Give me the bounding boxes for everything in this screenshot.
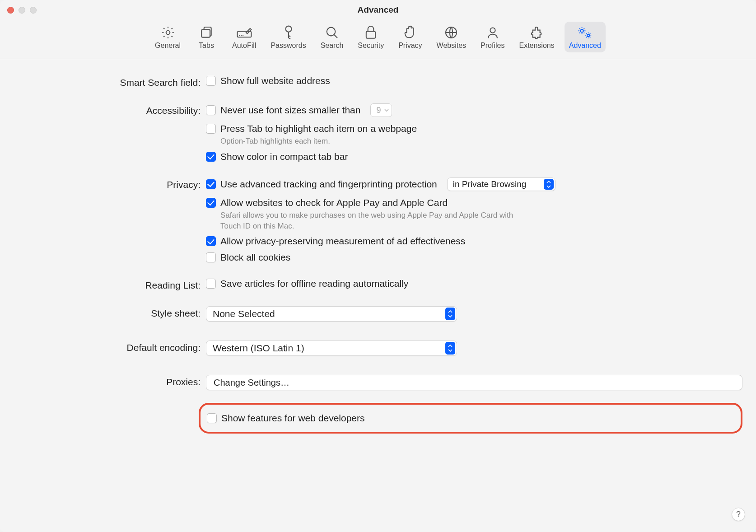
- tab-label: Websites: [437, 42, 467, 50]
- tab-general[interactable]: General: [150, 22, 185, 52]
- checkbox-label: Show full website address: [220, 75, 330, 86]
- checkbox-show-color-tab-bar[interactable]: [206, 152, 216, 162]
- tab-search[interactable]: Search: [316, 22, 348, 52]
- checkbox-label: Use advanced tracking and fingerprinting…: [220, 179, 437, 190]
- help-button[interactable]: ?: [732, 508, 745, 521]
- tab-profiles[interactable]: Profiles: [476, 22, 509, 52]
- checkbox-label: Save articles for offline reading automa…: [220, 278, 408, 289]
- checkbox-advanced-tracking[interactable]: [206, 179, 216, 189]
- tracking-mode-popup[interactable]: in Private Browsing: [447, 177, 555, 191]
- preferences-toolbar: General Tabs AutoFill Passwords Search: [0, 20, 756, 59]
- svg-point-0: [166, 31, 170, 35]
- lock-icon: [364, 24, 377, 41]
- section-label-style-sheet: Style sheet:: [0, 306, 206, 319]
- tab-label: Tabs: [199, 42, 214, 50]
- font-size-stepper[interactable]: 9: [370, 103, 392, 117]
- encoding-popup[interactable]: Western (ISO Latin 1): [206, 341, 457, 356]
- tab-websites[interactable]: Websites: [432, 22, 471, 52]
- svg-point-4: [327, 28, 336, 36]
- svg-rect-1: [201, 29, 210, 37]
- tab-label: Advanced: [569, 42, 601, 50]
- tab-extensions[interactable]: Extensions: [514, 22, 559, 52]
- checkbox-label: Show color in compact tab bar: [220, 151, 348, 162]
- button-label: Change Settings…: [214, 378, 289, 388]
- hand-icon: [403, 24, 417, 41]
- checkbox-never-smaller-font[interactable]: [206, 105, 216, 115]
- popup-value: None Selected: [213, 308, 275, 319]
- checkbox-label: Show features for web developers: [221, 413, 365, 424]
- section-label-smart-search: Smart Search field:: [0, 75, 206, 88]
- section-label-proxies: Proxies:: [0, 375, 206, 387]
- tab-label: Profiles: [481, 42, 504, 50]
- tab-label: Privacy: [398, 42, 422, 50]
- globe-icon: [444, 24, 458, 41]
- gears-icon: [577, 24, 593, 41]
- checkbox-label: Allow privacy-preserving measurement of …: [220, 236, 465, 247]
- change-settings-button[interactable]: Change Settings…: [206, 375, 742, 390]
- font-size-value: 9: [376, 106, 381, 115]
- checkbox-block-cookies[interactable]: [206, 252, 216, 262]
- svg-point-8: [581, 29, 583, 32]
- window-title: Advanced: [0, 5, 756, 15]
- updown-arrows-icon: [544, 179, 554, 190]
- checkbox-save-offline[interactable]: [206, 279, 216, 289]
- checkbox-label: Press Tab to highlight each item on a we…: [220, 123, 417, 134]
- checkbox-label: Never use font sizes smaller than: [220, 105, 360, 116]
- tab-advanced[interactable]: Advanced: [565, 22, 606, 52]
- tab-passwords[interactable]: Passwords: [266, 22, 310, 52]
- chevron-down-icon: [384, 108, 389, 112]
- highlight-annotation: Show features for web developers: [199, 403, 742, 434]
- tab-label: Search: [321, 42, 344, 50]
- popup-value: in Private Browsing: [453, 179, 527, 189]
- svg-point-9: [587, 34, 589, 37]
- tab-label: Passwords: [271, 42, 306, 50]
- person-icon: [486, 24, 499, 41]
- svg-point-7: [490, 28, 495, 33]
- tab-label: Security: [358, 42, 384, 50]
- hint-apple-pay: Safari allows you to make purchases on t…: [220, 210, 532, 232]
- tab-label: General: [155, 42, 181, 50]
- help-label: ?: [736, 510, 741, 519]
- tab-privacy[interactable]: Privacy: [394, 22, 426, 52]
- key-icon: [282, 24, 295, 41]
- checkbox-label: Block all cookies: [220, 252, 290, 263]
- zoom-window-button[interactable]: [30, 7, 37, 14]
- pencil-field-icon: [236, 24, 252, 41]
- tab-autofill[interactable]: AutoFill: [228, 22, 261, 52]
- hint-press-tab: Option-Tab highlights each item.: [220, 136, 537, 147]
- tab-label: AutoFill: [232, 42, 256, 50]
- close-window-button[interactable]: [7, 7, 14, 14]
- checkbox-show-full-address[interactable]: [206, 76, 216, 86]
- tabs-icon: [199, 24, 214, 41]
- gear-icon: [161, 24, 175, 41]
- checkbox-label: Allow websites to check for Apple Pay an…: [220, 197, 448, 208]
- section-label-accessibility: Accessibility:: [0, 103, 206, 116]
- checkbox-show-dev-features[interactable]: [207, 413, 217, 423]
- section-label-privacy: Privacy:: [0, 177, 206, 190]
- tab-tabs[interactable]: Tabs: [191, 22, 222, 52]
- tab-label: Extensions: [519, 42, 554, 50]
- search-icon: [325, 24, 339, 41]
- svg-rect-5: [366, 31, 375, 38]
- svg-point-3: [285, 26, 291, 32]
- puzzle-icon: [530, 24, 544, 41]
- section-label-reading-list: Reading List:: [0, 278, 206, 291]
- tab-security[interactable]: Security: [353, 22, 388, 52]
- minimize-window-button[interactable]: [19, 7, 25, 14]
- checkbox-press-tab[interactable]: [206, 124, 216, 134]
- checkbox-ad-measurement[interactable]: [206, 236, 216, 246]
- popup-value: Western (ISO Latin 1): [213, 343, 304, 354]
- updown-arrows-icon: [445, 342, 455, 355]
- updown-arrows-icon: [445, 308, 455, 320]
- section-label-encoding: Default encoding:: [0, 341, 206, 353]
- style-sheet-popup[interactable]: None Selected: [206, 306, 457, 322]
- checkbox-apple-pay[interactable]: [206, 198, 216, 208]
